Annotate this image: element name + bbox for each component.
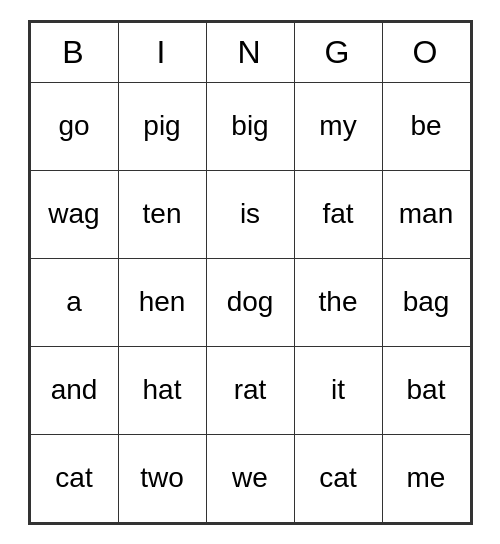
bingo-body: gopigbigmybewagtenisfatmanahendogthebaga…: [30, 82, 470, 522]
cell-r0-c0: go: [30, 82, 118, 170]
cell-r4-c0: cat: [30, 434, 118, 522]
cell-r1-c3: fat: [294, 170, 382, 258]
table-row: gopigbigmybe: [30, 82, 470, 170]
cell-r2-c2: dog: [206, 258, 294, 346]
cell-r2-c3: the: [294, 258, 382, 346]
header-col-n: N: [206, 22, 294, 82]
cell-r2-c4: bag: [382, 258, 470, 346]
bingo-table: BINGO gopigbigmybewagtenisfatmanahendogt…: [30, 22, 471, 523]
header-col-b: B: [30, 22, 118, 82]
cell-r1-c4: man: [382, 170, 470, 258]
cell-r3-c2: rat: [206, 346, 294, 434]
table-row: andhatratitbat: [30, 346, 470, 434]
table-row: ahendogthebag: [30, 258, 470, 346]
cell-r3-c3: it: [294, 346, 382, 434]
cell-r3-c1: hat: [118, 346, 206, 434]
header-col-i: I: [118, 22, 206, 82]
table-row: wagtenisfatman: [30, 170, 470, 258]
cell-r2-c0: a: [30, 258, 118, 346]
bingo-card: BINGO gopigbigmybewagtenisfatmanahendogt…: [28, 20, 473, 525]
header-row: BINGO: [30, 22, 470, 82]
cell-r0-c4: be: [382, 82, 470, 170]
cell-r2-c1: hen: [118, 258, 206, 346]
cell-r0-c2: big: [206, 82, 294, 170]
table-row: cattwowecatme: [30, 434, 470, 522]
header-col-o: O: [382, 22, 470, 82]
header-col-g: G: [294, 22, 382, 82]
cell-r4-c4: me: [382, 434, 470, 522]
cell-r1-c0: wag: [30, 170, 118, 258]
cell-r4-c3: cat: [294, 434, 382, 522]
cell-r1-c1: ten: [118, 170, 206, 258]
cell-r4-c2: we: [206, 434, 294, 522]
cell-r0-c3: my: [294, 82, 382, 170]
cell-r0-c1: pig: [118, 82, 206, 170]
cell-r4-c1: two: [118, 434, 206, 522]
cell-r3-c4: bat: [382, 346, 470, 434]
cell-r3-c0: and: [30, 346, 118, 434]
cell-r1-c2: is: [206, 170, 294, 258]
